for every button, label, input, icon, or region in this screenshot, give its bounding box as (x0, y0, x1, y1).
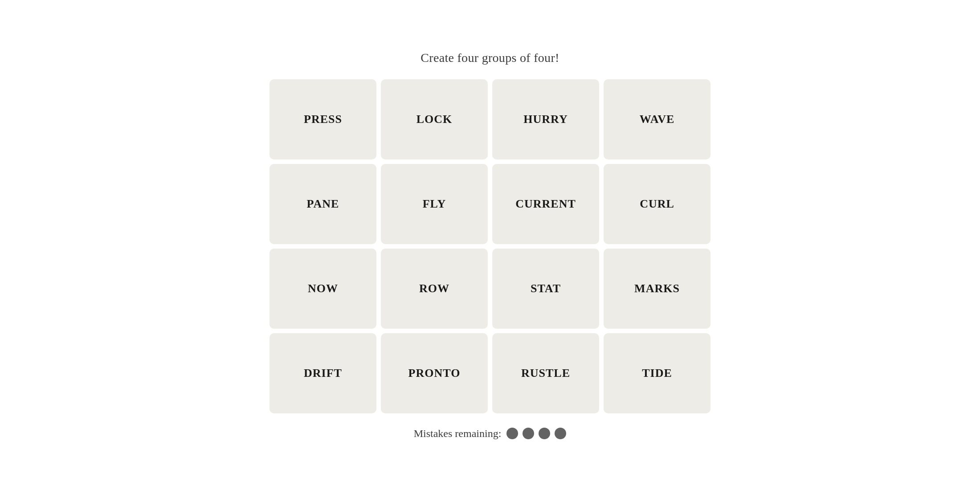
tile-marks[interactable]: MARKS (604, 249, 710, 329)
tile-label-marks: MARKS (634, 282, 680, 295)
tile-drift[interactable]: DRIFT (270, 333, 376, 413)
tile-hurry[interactable]: HURRY (492, 79, 599, 159)
mistakes-area: Mistakes remaining: (414, 428, 567, 440)
tile-now[interactable]: NOW (270, 249, 376, 329)
tile-label-fly: FLY (423, 197, 446, 211)
tile-rustle[interactable]: RUSTLE (492, 333, 599, 413)
tile-stat[interactable]: STAT (492, 249, 599, 329)
tile-label-row: ROW (419, 282, 449, 295)
instructions-text: Create four groups of four! (421, 51, 559, 65)
tile-label-rustle: RUSTLE (521, 367, 570, 380)
tile-label-hurry: HURRY (523, 113, 568, 126)
mistake-dot-4 (555, 428, 566, 439)
dots-container (506, 428, 566, 439)
tile-label-tide: TIDE (642, 367, 672, 380)
tile-current[interactable]: CURRENT (492, 164, 599, 244)
tile-tide[interactable]: TIDE (604, 333, 710, 413)
tile-press[interactable]: PRESS (270, 79, 376, 159)
tile-label-drift: DRIFT (304, 367, 342, 380)
tile-fly[interactable]: FLY (381, 164, 488, 244)
tile-wave[interactable]: WAVE (604, 79, 710, 159)
tile-label-lock: LOCK (416, 113, 453, 126)
tile-label-pronto: PRONTO (408, 367, 461, 380)
tile-label-wave: WAVE (640, 113, 675, 126)
tile-grid: PRESSLOCKHURRYWAVEPANEFLYCURRENTCURLNOWR… (270, 79, 710, 413)
tile-label-stat: STAT (531, 282, 561, 295)
mistake-dot-3 (539, 428, 550, 439)
tile-label-press: PRESS (304, 113, 342, 126)
tile-pronto[interactable]: PRONTO (381, 333, 488, 413)
tile-label-curl: CURL (640, 197, 674, 211)
tile-pane[interactable]: PANE (270, 164, 376, 244)
tile-label-current: CURRENT (515, 197, 576, 211)
tile-curl[interactable]: CURL (604, 164, 710, 244)
mistake-dot-2 (523, 428, 534, 439)
tile-lock[interactable]: LOCK (381, 79, 488, 159)
tile-label-pane: PANE (307, 197, 339, 211)
mistake-dot-1 (506, 428, 518, 439)
tile-label-now: NOW (308, 282, 338, 295)
mistakes-label: Mistakes remaining: (414, 428, 502, 440)
tile-row[interactable]: ROW (381, 249, 488, 329)
game-container: Create four groups of four! PRESSLOCKHUR… (270, 51, 710, 440)
